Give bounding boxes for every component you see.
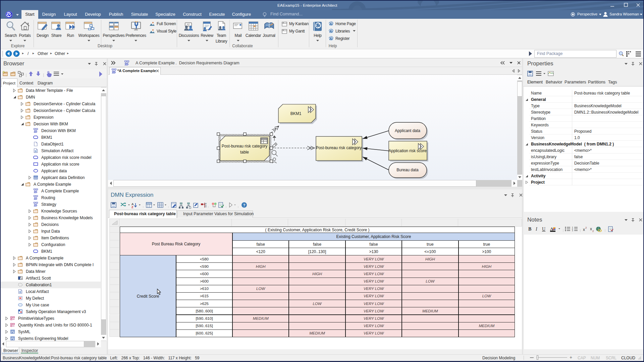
- svg-text:?: ?: [243, 203, 246, 207]
- svg-text:A: A: [550, 226, 553, 231]
- svg-text:2: 2: [592, 230, 594, 233]
- svg-text:table: table: [240, 150, 249, 155]
- svg-text:B: B: [528, 227, 531, 232]
- svg-text:2: 2: [585, 226, 587, 229]
- svg-text:Post-bureau risk category: Post-bureau risk category: [222, 144, 268, 148]
- svg-text:Bureau data: Bureau data: [396, 168, 419, 172]
- svg-text:Post-bureau risk category: Post-bureau risk category: [316, 145, 362, 150]
- svg-text:x: x: [590, 227, 592, 231]
- svg-text:Applicant data: Applicant data: [395, 128, 420, 133]
- svg-text:I: I: [535, 227, 538, 232]
- svg-text:Z: Z: [131, 205, 133, 209]
- svg-text:x: x: [583, 227, 585, 232]
- svg-text:3: 3: [572, 230, 573, 232]
- svg-text:U: U: [542, 227, 545, 232]
- svg-text:BKM1: BKM1: [290, 111, 302, 116]
